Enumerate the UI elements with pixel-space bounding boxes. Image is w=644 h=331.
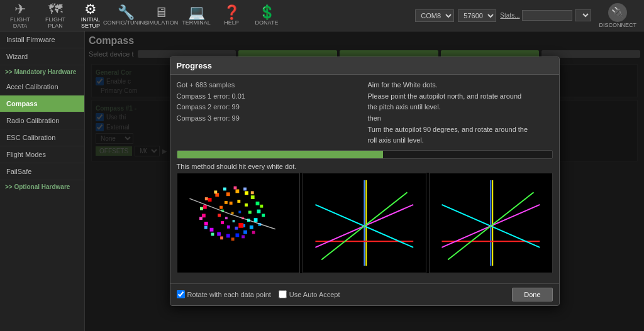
status-line-4: Compass 3 error: 99 bbox=[177, 113, 362, 124]
compass-visuals bbox=[177, 173, 553, 273]
sidebar-item-install-firmware[interactable]: Install Firmware bbox=[0, 31, 84, 48]
method-text: This method should hit every white dot. bbox=[177, 163, 553, 170]
svg-rect-46 bbox=[200, 207, 203, 210]
compass-sphere-svg bbox=[177, 173, 300, 273]
modal-footer-left: Rotate with each data point Use Auto Acc… bbox=[177, 290, 340, 298]
compass-panel-3 bbox=[429, 173, 553, 273]
svg-rect-12 bbox=[209, 228, 213, 232]
svg-rect-24 bbox=[235, 227, 238, 230]
status-line-3: Compass 2 error: 99 bbox=[177, 102, 362, 113]
svg-rect-16 bbox=[208, 198, 211, 202]
compass-panel-1 bbox=[177, 173, 301, 273]
donate-icon: 💲 bbox=[258, 6, 275, 19]
stats-input[interactable] bbox=[522, 10, 572, 21]
sidebar-item-flight-modes[interactable]: Flight Modes bbox=[0, 146, 84, 163]
toolbar-help[interactable]: ❓ HELP bbox=[214, 1, 249, 30]
status-line-2: Compass 1 error: 0.01 bbox=[177, 91, 362, 102]
svg-rect-34 bbox=[232, 220, 235, 222]
config-tuning-icon: 🔧 bbox=[118, 6, 135, 19]
toolbar-flight-plan[interactable]: 🗺 FLIGHT PLAN bbox=[38, 1, 73, 30]
sidebar-item-accel[interactable]: Accel Calibration bbox=[0, 79, 84, 95]
toolbar-flight-data[interactable]: ✈ FLIGHT DATA bbox=[3, 1, 38, 30]
instruction-line-6: roll axis until level. bbox=[368, 135, 553, 146]
rotate-checkbox-label: Rotate with each data point bbox=[177, 290, 271, 298]
svg-rect-53 bbox=[238, 223, 243, 228]
compass-axes-svg-3 bbox=[430, 173, 552, 273]
sidebar-item-compass[interactable]: Compass bbox=[0, 95, 84, 112]
sidebar-item-wizard[interactable]: Wizard bbox=[0, 48, 84, 65]
sidebar-section-optional: >> Optional Hardware bbox=[0, 180, 84, 193]
modal-overlay: Progress Got + 683 samples Compass 1 err… bbox=[85, 31, 644, 331]
toolbar: ✈ FLIGHT DATA 🗺 FLIGHT PLAN ⚙ INITIAL SE… bbox=[0, 0, 644, 31]
sidebar-section-mandatory: >> Mandatory Hardware bbox=[0, 65, 84, 79]
modal-footer: Rotate with each data point Use Auto Acc… bbox=[170, 283, 559, 305]
svg-rect-31 bbox=[231, 212, 233, 214]
svg-rect-42 bbox=[220, 236, 223, 239]
terminal-icon: 💻 bbox=[188, 6, 205, 19]
modal-status-area: Got + 683 samples Compass 1 error: 0.01 … bbox=[177, 80, 362, 146]
modal-body: Got + 683 samples Compass 1 error: 0.01 … bbox=[170, 75, 559, 283]
svg-rect-40 bbox=[242, 235, 245, 238]
instruction-line-4: then bbox=[368, 113, 553, 124]
done-button[interactable]: Done bbox=[512, 288, 552, 301]
svg-rect-26 bbox=[221, 221, 224, 224]
svg-rect-51 bbox=[243, 187, 247, 190]
svg-rect-8 bbox=[243, 230, 247, 234]
svg-rect-7 bbox=[249, 225, 253, 229]
svg-rect-20 bbox=[245, 203, 248, 207]
svg-rect-39 bbox=[252, 231, 255, 234]
instruction-line-5: Turn the autopilot 90 degrees, and rotat… bbox=[368, 124, 553, 136]
svg-rect-43 bbox=[211, 232, 214, 236]
simulation-icon: 🖥 bbox=[154, 6, 168, 19]
svg-rect-25 bbox=[226, 225, 230, 229]
rotate-checkbox[interactable] bbox=[177, 290, 185, 298]
svg-rect-49 bbox=[223, 187, 226, 190]
content-area: Compass Select device t General Cor Enab… bbox=[85, 31, 644, 331]
svg-rect-2 bbox=[245, 191, 248, 195]
svg-rect-15 bbox=[203, 205, 206, 209]
stats-row: Stats... bbox=[500, 9, 591, 21]
sidebar-item-esc[interactable]: ESC Calibration bbox=[0, 129, 84, 146]
svg-rect-32 bbox=[238, 210, 241, 213]
svg-rect-45 bbox=[199, 217, 203, 220]
toolbar-terminal[interactable]: 💻 TERMINAL bbox=[179, 1, 214, 30]
toolbar-config-tuning[interactable]: 🔧 CONFIG/TUNING bbox=[108, 1, 143, 30]
help-icon: ❓ bbox=[223, 6, 240, 19]
initial-setup-icon: ⚙ bbox=[84, 3, 97, 16]
svg-rect-50 bbox=[233, 186, 236, 189]
svg-rect-41 bbox=[231, 237, 234, 241]
sidebar-item-failsafe[interactable]: FailSafe bbox=[0, 163, 84, 180]
stats-link[interactable]: Stats... bbox=[500, 12, 519, 19]
toolbar-right: COM8 57600 Stats... 🔌 DISCONNECT bbox=[415, 3, 636, 28]
sidebar-item-radio[interactable]: Radio Calibration bbox=[0, 112, 84, 129]
svg-rect-19 bbox=[237, 200, 240, 203]
toolbar-simulation[interactable]: 🖥 SIMULATION bbox=[143, 1, 179, 30]
svg-rect-37 bbox=[262, 214, 265, 217]
stats-dropdown[interactable] bbox=[575, 9, 591, 21]
svg-rect-52 bbox=[250, 191, 253, 194]
auto-accept-checkbox[interactable] bbox=[279, 290, 287, 298]
disconnect-button[interactable]: 🔌 DISCONNECT bbox=[599, 3, 636, 28]
com-port-select[interactable]: COM8 bbox=[415, 9, 454, 22]
flight-data-icon: ✈ bbox=[14, 3, 26, 16]
status-line-1: Got + 683 samples bbox=[177, 80, 362, 91]
toolbar-donate[interactable]: 💲 DONATE bbox=[249, 1, 284, 30]
flight-plan-icon: 🗺 bbox=[48, 3, 62, 16]
svg-rect-10 bbox=[226, 234, 230, 237]
auto-accept-checkbox-label: Use Auto Accept bbox=[279, 290, 340, 298]
instruction-line-1: Aim for the White dots. bbox=[368, 80, 553, 91]
progress-track bbox=[177, 150, 553, 159]
baud-rate-select[interactable]: 57600 bbox=[458, 9, 496, 22]
svg-rect-47 bbox=[204, 197, 208, 200]
sphere-points bbox=[189, 186, 275, 241]
svg-rect-21 bbox=[248, 210, 251, 214]
svg-rect-3 bbox=[250, 195, 254, 199]
svg-rect-27 bbox=[218, 214, 221, 217]
modal-instructions: Aim for the White dots. Please point the… bbox=[368, 80, 553, 146]
compass-panel-2 bbox=[303, 173, 426, 273]
svg-rect-1 bbox=[235, 189, 239, 193]
svg-rect-5 bbox=[257, 209, 260, 213]
svg-rect-13 bbox=[204, 222, 208, 225]
svg-rect-0 bbox=[226, 192, 230, 196]
toolbar-initial-setup[interactable]: ⚙ INITIAL SETUP bbox=[73, 1, 108, 30]
